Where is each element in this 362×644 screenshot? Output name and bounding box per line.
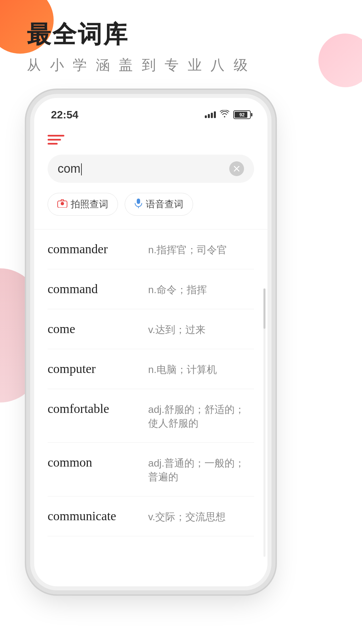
sub-title: 从 小 学 涵 盖 到 专 业 八 级 — [27, 56, 250, 74]
photo-search-label: 拍照查词 — [71, 198, 108, 211]
word-english: come — [48, 321, 141, 336]
svg-rect-2 — [137, 199, 140, 204]
word-list: commandern.指挥官；司令官commandn.命令；指挥comev.达到… — [48, 229, 254, 536]
action-buttons: 拍照查词 语音查词 — [48, 193, 254, 216]
voice-search-label: 语音查词 — [146, 198, 183, 211]
word-chinese: n.指挥官；司令官 — [148, 243, 254, 257]
header-section: 最全词库 从 小 学 涵 盖 到 专 业 八 级 — [27, 20, 250, 74]
word-item[interactable]: comev.达到；过来 — [48, 309, 254, 349]
word-chinese: v.达到；过来 — [148, 323, 254, 337]
status-icons: 92 — [205, 110, 251, 119]
scrollbar-thumb — [263, 288, 265, 329]
search-input[interactable]: com — [58, 162, 229, 176]
clear-button[interactable] — [229, 161, 244, 176]
word-item[interactable]: commonadj.普通的；一般的；普遍的 — [48, 443, 254, 496]
phone-inner: 22:54 — [34, 98, 267, 586]
pink-decoration — [318, 34, 362, 87]
word-english: commander — [48, 241, 141, 256]
word-english: common — [48, 455, 141, 470]
battery-icon: 92 — [233, 110, 251, 119]
app-content: com — [34, 125, 267, 540]
word-chinese: adj.舒服的；舒适的；使人舒服的 — [148, 403, 254, 430]
voice-search-button[interactable]: 语音查词 — [125, 193, 193, 216]
word-english: communicate — [48, 508, 141, 523]
word-chinese: n.命令；指挥 — [148, 283, 254, 297]
phone-mockup: 22:54 — [30, 94, 272, 590]
search-bar[interactable]: com — [48, 155, 254, 183]
word-item[interactable]: computern.电脑；计算机 — [48, 349, 254, 389]
word-chinese: n.电脑；计算机 — [148, 363, 254, 377]
scrollbar[interactable] — [263, 288, 265, 557]
word-english: computer — [48, 361, 141, 376]
word-chinese: adj.普通的；一般的；普遍的 — [148, 457, 254, 484]
svg-point-0 — [61, 202, 64, 205]
hamburger-line-3 — [48, 143, 58, 145]
word-item[interactable]: commandn.命令；指挥 — [48, 269, 254, 309]
microphone-icon — [134, 198, 142, 211]
photo-search-button[interactable]: 拍照查词 — [48, 193, 118, 216]
status-time: 22:54 — [51, 109, 78, 121]
hamburger-line-1 — [48, 135, 64, 137]
signal-icon — [205, 111, 216, 118]
word-english: comfortable — [48, 401, 141, 416]
camera-icon — [57, 199, 67, 210]
word-english: command — [48, 281, 141, 296]
status-bar: 22:54 — [34, 98, 267, 125]
main-title: 最全词库 — [27, 20, 250, 49]
word-item[interactable]: comfortableadj.舒服的；舒适的；使人舒服的 — [48, 389, 254, 443]
word-item[interactable]: communicatev.交际；交流思想 — [48, 496, 254, 536]
hamburger-line-2 — [48, 139, 61, 141]
hamburger-menu-button[interactable] — [48, 135, 64, 145]
word-chinese: v.交际；交流思想 — [148, 510, 254, 524]
wifi-icon — [220, 110, 229, 119]
word-item[interactable]: commandern.指挥官；司令官 — [48, 229, 254, 269]
